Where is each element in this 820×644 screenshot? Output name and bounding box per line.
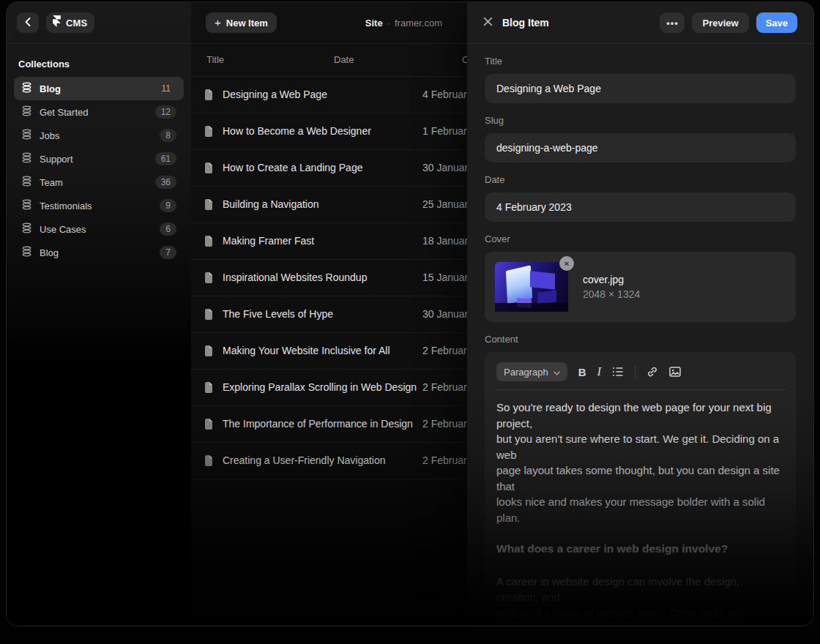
cover-dimensions: 2048 × 1324 xyxy=(583,288,640,300)
table-row[interactable]: The Five Levels of Hype 30 January 2023 xyxy=(191,296,467,333)
date-field[interactable]: 4 February 2023 xyxy=(485,192,796,222)
slug-field[interactable]: designing-a-web-page xyxy=(485,133,796,162)
row-date: 30 January 2023 xyxy=(422,162,467,173)
sidebar-item-use-cases[interactable]: Use Cases 6 xyxy=(14,217,184,241)
editor-actions: ••• Preview Save xyxy=(660,12,797,33)
collection-icon xyxy=(21,222,32,236)
table-row[interactable]: Designing a Web Page 4 February 2023 xyxy=(191,77,467,113)
collection-label: Testimonials xyxy=(40,201,92,211)
framer-logo-icon xyxy=(53,15,61,30)
collection-icon xyxy=(21,82,32,96)
title-field-label: Title xyxy=(485,56,796,67)
collection-icon xyxy=(21,176,32,190)
collection-count-badge: 6 xyxy=(160,222,176,236)
toolbar-divider xyxy=(635,366,636,378)
site-domain: framer.com xyxy=(395,18,442,29)
link-button[interactable] xyxy=(646,366,658,378)
collection-icon xyxy=(21,246,32,260)
remove-cover-icon[interactable]: ✕ xyxy=(559,256,574,271)
item-list-panel: + New Item Site · framer.com Title Date … xyxy=(191,2,467,626)
file-icon xyxy=(204,236,213,250)
row-title: Inspirational Websites Roundup xyxy=(223,272,367,283)
table-row[interactable]: The Importance of Performance in Design … xyxy=(191,406,467,443)
more-button[interactable]: ••• xyxy=(660,12,685,33)
cover-field: ✕ cover.jpg 2048 × 1324 xyxy=(485,252,796,322)
image-button[interactable] xyxy=(669,366,681,378)
editor-form: Title Designing a Web Page Slug designin… xyxy=(467,56,813,617)
collection-label: Get Started xyxy=(40,107,88,118)
table-row[interactable]: Creating a User-Friendly Navigation 2 Fe… xyxy=(191,443,467,479)
table-row[interactable]: Making Your Website Inclusive for All 2 … xyxy=(191,333,467,370)
file-icon xyxy=(204,382,213,396)
sidebar-item-team[interactable]: Team 36 xyxy=(14,171,184,194)
collection-icon xyxy=(21,105,32,119)
column-headers: Title Date Category xyxy=(191,44,467,77)
table-row[interactable]: How to Become a Web Designer 1 February … xyxy=(191,113,467,150)
collection-count-badge: 36 xyxy=(155,176,176,189)
sidebar-item-blog-2[interactable]: Blog 7 xyxy=(14,241,184,264)
table-row[interactable]: Exploring Parallax Scrolling in Web Desi… xyxy=(191,370,467,406)
table-row[interactable]: Inspirational Websites Roundup 15 Januar… xyxy=(191,260,467,296)
new-item-button[interactable]: + New Item xyxy=(206,12,277,33)
row-title: Making Framer Fast xyxy=(223,235,314,247)
cover-field-label: Cover xyxy=(485,233,796,244)
row-date: 2 February 2023 xyxy=(422,345,467,356)
cms-button[interactable]: CMS xyxy=(46,12,94,33)
collection-count-badge: 8 xyxy=(160,129,176,142)
thumbnail-art xyxy=(495,303,568,312)
row-title: The Importance of Performance in Design xyxy=(223,418,413,430)
row-title: Designing a Web Page xyxy=(223,89,327,100)
row-date: 25 January 2023 xyxy=(422,198,467,210)
editor-header: Blog Item ••• Preview Save xyxy=(467,2,813,44)
sidebar-item-testimonials[interactable]: Testimonials 9 xyxy=(14,194,184,217)
column-header-title: Title xyxy=(206,54,224,65)
cover-thumbnail[interactable]: ✕ xyxy=(495,262,568,312)
paragraph-style-label: Paragraph xyxy=(504,367,548,378)
sidebar-item-support[interactable]: Support 61 xyxy=(14,147,184,171)
paragraph-style-dropdown[interactable]: Paragraph xyxy=(496,362,567,381)
file-icon xyxy=(204,455,213,469)
title-field[interactable]: Designing a Web Page xyxy=(485,74,796,103)
close-icon[interactable] xyxy=(483,16,493,29)
rich-text-editor: Paragraph B I xyxy=(485,352,796,617)
rich-text-content[interactable]: So you're ready to design the web page f… xyxy=(496,400,784,617)
italic-button[interactable]: I xyxy=(597,364,602,379)
content-heading: What does a career in web design involve… xyxy=(496,541,784,557)
row-title: Making Your Website Inclusive for All xyxy=(223,345,390,356)
row-title: How to Create a Landing Page xyxy=(223,162,362,173)
content-paragraph: A career in website design can involve t… xyxy=(496,574,784,618)
collection-label: Blog xyxy=(40,83,61,94)
table-row[interactable]: Building a Navigation 25 January 2023 xyxy=(191,187,467,223)
chevron-down-icon xyxy=(554,365,560,378)
site-separator: · xyxy=(387,18,390,29)
save-button[interactable]: Save xyxy=(756,12,797,33)
table-row[interactable]: How to Create a Landing Page 30 January … xyxy=(191,150,467,187)
collection-label: Jobs xyxy=(40,130,59,141)
file-icon xyxy=(204,345,213,359)
file-icon xyxy=(204,309,213,323)
preview-button[interactable]: Preview xyxy=(692,12,748,33)
collection-count-badge: 11 xyxy=(156,82,176,95)
back-button[interactable] xyxy=(17,12,39,33)
row-title: Exploring Parallax Scrolling in Web Desi… xyxy=(223,381,417,393)
file-icon xyxy=(204,199,213,213)
row-date: 2 February 2023 xyxy=(422,418,467,430)
cms-label: CMS xyxy=(66,18,88,29)
row-date: 2 February 2023 xyxy=(422,381,467,393)
bold-button[interactable]: B xyxy=(578,366,586,378)
site-info: Site · framer.com xyxy=(365,18,452,29)
table-row[interactable]: Making Framer Fast 18 January 2023 xyxy=(191,223,467,260)
content-field-label: Content xyxy=(485,334,796,345)
collection-count-badge: 61 xyxy=(155,152,176,165)
bullet-list-button[interactable] xyxy=(612,367,624,377)
sidebar-item-blog[interactable]: Blog 11 xyxy=(14,77,184,100)
collection-label: Blog xyxy=(40,247,59,258)
sidebar-item-jobs[interactable]: Jobs 8 xyxy=(14,124,184,147)
date-field-label: Date xyxy=(485,174,796,185)
plus-icon: + xyxy=(215,17,221,28)
column-header-category: Category xyxy=(462,54,467,65)
sidebar-item-get-started[interactable]: Get Started 12 xyxy=(14,100,184,124)
chevron-left-icon xyxy=(25,16,31,29)
row-date: 18 January 2023 xyxy=(422,235,467,247)
collection-label: Support xyxy=(40,154,73,165)
